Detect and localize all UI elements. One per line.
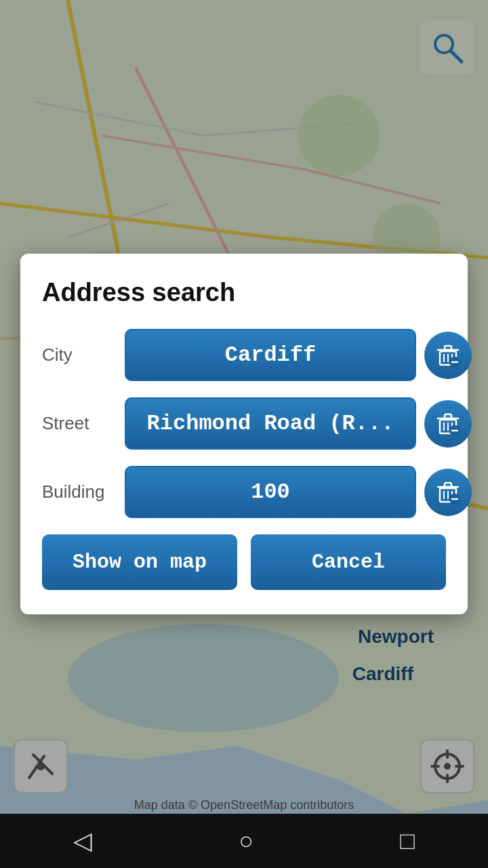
city-input[interactable]	[125, 329, 416, 381]
cancel-button[interactable]: Cancel	[251, 534, 446, 590]
city-row: City	[42, 329, 446, 381]
street-input[interactable]	[125, 397, 416, 450]
street-row: Street	[42, 397, 446, 450]
dialog-title: Address search	[42, 278, 446, 307]
nav-back-button[interactable]: ◁	[73, 827, 92, 855]
nav-home-button[interactable]: ○	[239, 827, 253, 855]
svg-rect-37	[445, 346, 451, 350]
building-label: Building	[42, 481, 117, 502]
address-search-dialog: Address search City	[20, 254, 468, 614]
navigation-bar: ◁ ○ □	[0, 814, 488, 868]
svg-rect-54	[445, 483, 451, 487]
city-label: City	[42, 344, 117, 366]
building-input[interactable]	[125, 466, 416, 518]
svg-rect-46	[445, 414, 451, 418]
building-delete-button[interactable]	[424, 469, 472, 516]
trash-icon-building	[436, 480, 460, 505]
street-delete-button[interactable]	[424, 400, 472, 448]
trash-icon	[436, 343, 460, 368]
building-row: Building	[42, 466, 446, 518]
trash-icon-street	[436, 412, 460, 436]
nav-recent-button[interactable]: □	[400, 827, 415, 855]
dialog-button-row: Show on map Cancel	[42, 534, 446, 590]
city-delete-button[interactable]	[424, 332, 472, 379]
show-on-map-button[interactable]: Show on map	[42, 534, 237, 590]
street-label: Street	[42, 413, 117, 434]
dialog-overlay: Address search City	[0, 0, 488, 868]
